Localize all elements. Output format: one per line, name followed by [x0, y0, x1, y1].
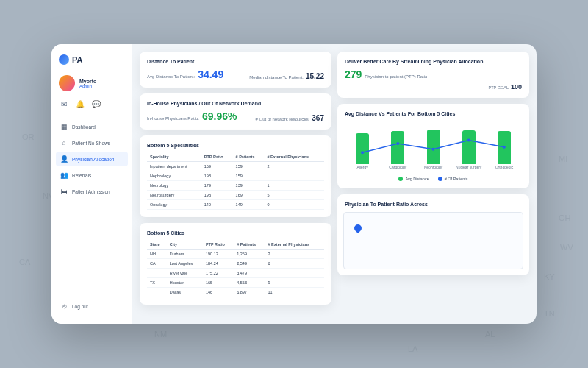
ptp-title: Deliver Better Care By Streamlining Phys… — [345, 59, 522, 64]
inhouse-ratio-value: 69.96% — [202, 110, 237, 122]
bar[interactable] — [427, 130, 440, 164]
mail-icon[interactable]: ✉ — [59, 99, 69, 109]
bar-label: Orthopedic — [495, 166, 513, 170]
table-row[interactable]: Neurology1791391 — [147, 181, 324, 191]
bell-icon[interactable]: 🔔 — [75, 99, 85, 109]
bar-label: Nephrology — [424, 166, 443, 170]
nav-referrals[interactable]: 👥Referrals — [56, 168, 128, 183]
ptp-goal-value: 100 — [511, 83, 522, 91]
map-title: Physician To Patient Ratio Across — [345, 202, 522, 207]
col-header: # Patients — [233, 152, 265, 162]
bar-line-chart: AllergyCardiologyNephrologyNuclear surge… — [345, 121, 522, 172]
table-row[interactable]: CALost Angeles184.242,5496 — [147, 259, 324, 269]
bar[interactable] — [498, 131, 511, 163]
legend-line-dot — [438, 177, 442, 181]
nav-dashboard[interactable]: ▦Dashboard — [56, 119, 128, 134]
table-row[interactable]: TXHouston1654,5639 — [147, 278, 324, 288]
map-card: Physician To Patient Ratio Across — [337, 194, 529, 275]
col-header: PTP Ratio — [203, 240, 234, 250]
bar-label: Nuclear surgery — [456, 166, 481, 170]
logout-icon: ⎋ — [60, 302, 68, 310]
sidebar: PA Myorto Admin ✉ 🔔 💬 ▦Dashboard ⌂Patien… — [51, 44, 132, 324]
logo-icon — [59, 54, 69, 65]
table-row[interactable]: Nephrology198159 — [147, 171, 324, 181]
bar-label: Allergy — [356, 166, 368, 170]
col-header: # External Physicians — [264, 152, 324, 162]
table-row[interactable]: Neurosurgery1981695 — [147, 191, 324, 200]
legend-bar-dot — [398, 177, 403, 181]
admission-icon: 🛏 — [60, 188, 68, 195]
table-row[interactable]: NHDurham190.121,2592 — [147, 250, 324, 259]
table-row[interactable]: Oncology1491490 — [147, 200, 324, 210]
bar-group: Orthopedic — [487, 131, 522, 169]
bar-group: Nuclear surgery — [451, 130, 487, 169]
physician-icon: 👤 — [60, 155, 68, 163]
nav-physician-allocation[interactable]: 👤Physician Allocation — [56, 152, 128, 166]
quick-icons: ✉ 🔔 💬 — [56, 99, 128, 109]
col-header: State — [147, 240, 167, 250]
specialities-table: SpecialityPTP Ratio# Patients# External … — [147, 152, 324, 210]
noshow-icon: ⌂ — [60, 139, 68, 146]
bar-group: Nephrology — [415, 130, 451, 169]
inhouse-card: In-House Physicians / Out Of Network Dem… — [140, 93, 331, 130]
inhouse-title: In-House Physicians / Out Of Network Dem… — [147, 101, 324, 106]
table-row[interactable]: Dallas1466,89711 — [147, 288, 324, 297]
ptp-value: 279 — [345, 68, 362, 80]
profile[interactable]: Myorto Admin — [56, 75, 128, 91]
nav: ▦Dashboard ⌂Patient No-Shows 👤Physician … — [56, 119, 128, 314]
specialities-title: Bottom 5 Specialities — [147, 143, 324, 148]
us-map-outline[interactable] — [343, 212, 523, 269]
main-content: Distance To Patient Avg Distance To Pati… — [132, 44, 537, 324]
chat-icon[interactable]: 💬 — [91, 99, 101, 109]
distance-card: Distance To Patient Avg Distance To Pati… — [140, 52, 331, 88]
cities-card: Bottom 5 Cities StateCityPTP Ratio# Pati… — [140, 223, 331, 305]
chart-card: Avg Distance Vs Patients For Bottom 5 Ci… — [337, 104, 529, 188]
app-logo: PA — [56, 54, 128, 65]
profile-name: Myorto — [79, 79, 96, 84]
ptp-card: Deliver Better Care By Streamlining Phys… — [337, 52, 529, 98]
map-pin-icon — [353, 223, 363, 233]
col-header: # Patients — [234, 240, 265, 250]
bar-group: Allergy — [345, 133, 380, 170]
bar[interactable] — [356, 133, 369, 164]
bar[interactable] — [391, 131, 404, 164]
specialities-card: Bottom 5 Specialities SpecialityPTP Rati… — [140, 135, 331, 217]
col-header: Speciality — [147, 152, 201, 162]
table-row[interactable]: Inpatient department1691592 — [147, 162, 324, 171]
bar-group: Cardiology — [380, 131, 415, 170]
table-row[interactable]: River vale175.223,479 — [147, 269, 324, 278]
app-name: PA — [72, 55, 82, 64]
nav-no-shows[interactable]: ⌂Patient No-Shows — [56, 135, 128, 150]
median-distance-value: 15.22 — [306, 72, 324, 80]
profile-role: Admin — [79, 84, 96, 88]
avg-distance-value: 34.49 — [198, 68, 223, 80]
cities-title: Bottom 5 Cities — [147, 230, 324, 236]
cities-table: StateCityPTP Ratio# Patients# External P… — [147, 240, 324, 297]
bar[interactable] — [462, 130, 476, 164]
oon-value: 367 — [312, 114, 324, 122]
distance-title: Distance To Patient — [147, 59, 324, 64]
dashboard-window: PA Myorto Admin ✉ 🔔 💬 ▦Dashboard ⌂Patien… — [51, 44, 537, 324]
referrals-icon: 👥 — [60, 171, 68, 179]
avatar — [59, 75, 75, 91]
col-header: PTP Ratio — [201, 152, 233, 162]
chart-title: Avg Distance Vs Patients For Bottom 5 Ci… — [345, 111, 522, 116]
col-header: # External Physicians — [265, 240, 324, 250]
nav-logout[interactable]: ⎋Log out — [56, 299, 128, 314]
bar-label: Cardiology — [389, 166, 406, 170]
col-header: City — [167, 240, 203, 250]
dashboard-icon: ▦ — [60, 123, 68, 130]
nav-admission[interactable]: 🛏Patient Admission — [56, 184, 128, 199]
chart-legend: Avg Distance # Of Patients — [345, 177, 522, 181]
